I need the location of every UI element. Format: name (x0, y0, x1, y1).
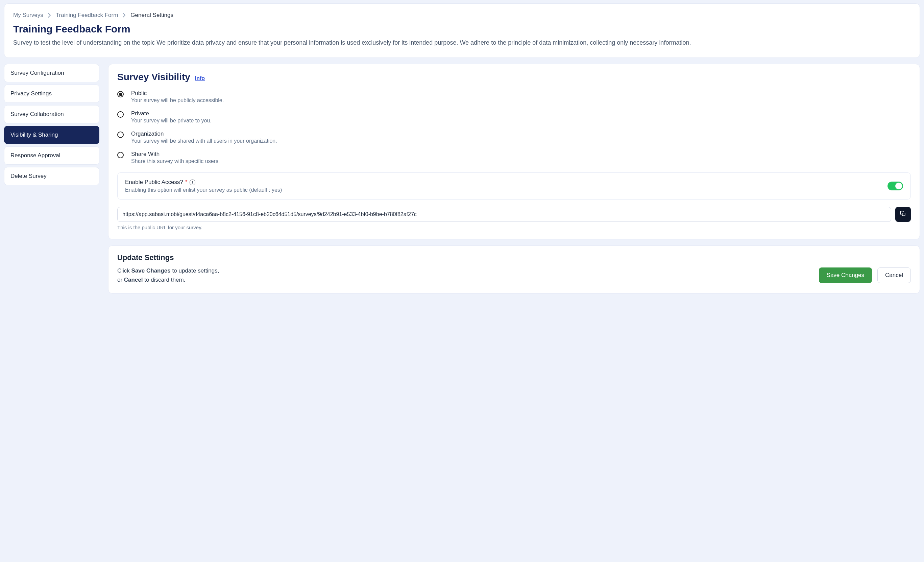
visibility-radio-group: Public Your survey will be publicly acce… (117, 90, 911, 164)
required-mark: * (185, 179, 188, 186)
radio-desc: Your survey will be publicly accessible. (131, 98, 224, 104)
toggle-label: Enable Public Access?* i (125, 179, 282, 186)
chevron-right-icon (123, 13, 126, 18)
update-title: Update Settings (117, 253, 911, 262)
sidebar-item-survey-collaboration[interactable]: Survey Collaboration (4, 105, 99, 123)
radio-option-public[interactable]: Public Your survey will be publicly acce… (117, 90, 911, 104)
update-instructions: Click Save Changes to update settings, o… (117, 266, 219, 284)
breadcrumb-current: General Settings (130, 12, 173, 19)
public-access-toggle-box: Enable Public Access?* i Enabling this o… (117, 173, 911, 200)
header-card: My Surveys Training Feedback Form Genera… (4, 3, 920, 58)
cancel-button[interactable]: Cancel (878, 267, 911, 283)
radio-icon (117, 132, 124, 138)
copy-icon (900, 211, 906, 218)
radio-desc: Your survey will be private to you. (131, 118, 212, 124)
public-access-toggle[interactable] (888, 182, 903, 190)
sidebar-item-delete-survey[interactable]: Delete Survey (4, 167, 99, 185)
radio-option-share-with[interactable]: Share With Share this survey with specif… (117, 151, 911, 164)
radio-option-organization[interactable]: Organization Your survey will be shared … (117, 131, 911, 144)
sidebar-item-survey-configuration[interactable]: Survey Configuration (4, 64, 99, 82)
page-description: Survey to test the level of understandin… (13, 38, 911, 47)
radio-option-private[interactable]: Private Your survey will be private to y… (117, 110, 911, 124)
visibility-panel: Survey Visibility Info Public Your surve… (108, 64, 920, 239)
save-changes-button[interactable]: Save Changes (819, 267, 872, 283)
radio-icon (117, 152, 124, 158)
sidebar-item-privacy-settings[interactable]: Privacy Settings (4, 84, 99, 103)
breadcrumb: My Surveys Training Feedback Form Genera… (13, 12, 911, 19)
radio-label: Organization (131, 131, 277, 137)
breadcrumb-link-1[interactable]: Training Feedback Form (56, 12, 118, 19)
update-settings-panel: Update Settings Click Save Changes to up… (108, 245, 920, 293)
page-title: Training Feedback Form (13, 23, 911, 35)
radio-icon (117, 111, 124, 118)
toggle-desc: Enabling this option will enlist your su… (125, 187, 282, 193)
radio-icon (117, 91, 124, 98)
info-icon[interactable]: i (190, 180, 195, 185)
breadcrumb-link-0[interactable]: My Surveys (13, 12, 43, 19)
radio-desc: Your survey will be shared with all user… (131, 138, 277, 144)
url-hint: This is the public URL for your survey. (117, 224, 911, 230)
radio-desc: Share this survey with specific users. (131, 158, 220, 164)
radio-label: Private (131, 110, 212, 117)
copy-url-button[interactable] (895, 207, 911, 222)
public-url-input[interactable] (117, 207, 891, 222)
radio-label: Public (131, 90, 224, 97)
chevron-right-icon (48, 13, 51, 18)
radio-label: Share With (131, 151, 220, 158)
sidebar-item-response-approval[interactable]: Response Approval (4, 146, 99, 165)
svg-rect-0 (902, 213, 905, 216)
info-link[interactable]: Info (195, 75, 205, 81)
sidebar: Survey Configuration Privacy Settings Su… (4, 64, 99, 185)
sidebar-item-visibility-sharing[interactable]: Visibility & Sharing (4, 126, 99, 144)
panel-title: Survey Visibility (117, 72, 190, 83)
